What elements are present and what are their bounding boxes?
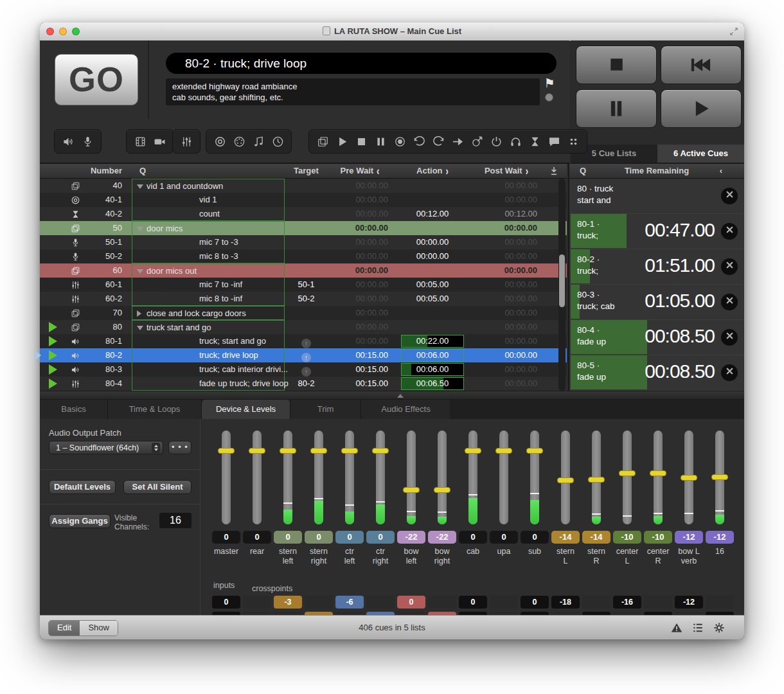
cue-name-cell[interactable]: vid 1	[132, 193, 285, 207]
cue-row-70[interactable]: 70close and lock cargo doors00:00.0000:0…	[40, 306, 567, 320]
cue-row-80-3[interactable]: 80-3truck; cab interior drivi...↑00:15.0…	[40, 362, 567, 377]
cue-list-view-icon[interactable]	[692, 622, 704, 634]
fader-handle[interactable]	[619, 470, 636, 476]
inspector-tab-trim[interactable]: Trim	[290, 400, 361, 419]
patch-settings-button[interactable]: • • •	[168, 441, 192, 454]
set-all-silent-button[interactable]: Set All Silent	[123, 480, 192, 494]
channel-level-value[interactable]: 0	[490, 531, 518, 544]
fader-track[interactable]	[468, 431, 477, 524]
post-wait-cell[interactable]: 00:00.00	[469, 278, 544, 292]
fader-handle[interactable]	[403, 487, 420, 493]
channel-level-value[interactable]: 0	[366, 531, 395, 544]
col-header-q[interactable]: Q	[139, 164, 146, 178]
cue-row-80-1[interactable]: 80-1truck; start and go↑00:00.0000:22.00…	[40, 334, 567, 348]
cue-name-cell[interactable]: door mics	[132, 221, 285, 235]
crosspoint-cell-empty[interactable]	[428, 596, 456, 609]
cue-name-cell[interactable]: mic 7 to -3	[132, 235, 285, 249]
channel-level-value[interactable]: -10	[613, 531, 641, 544]
action-cell[interactable]: 00:12.00	[397, 207, 468, 221]
action-cell[interactable]: 00:05.00	[397, 278, 468, 292]
pre-wait-cell[interactable]: 00:00.00	[328, 193, 392, 207]
crosspoint-cell[interactable]: -12	[675, 596, 703, 609]
stop-all-button[interactable]	[576, 46, 657, 84]
crosspoint-cell[interactable]: 0	[459, 596, 487, 609]
cue-name-cell[interactable]: mic 8 to -3	[132, 249, 285, 263]
audio-patch-dropdown[interactable]: 1 – Soundflower (64ch)	[49, 441, 163, 454]
pause-all-button[interactable]	[576, 89, 657, 128]
disclosure-open-icon[interactable]	[137, 326, 143, 330]
target-cell[interactable]	[285, 263, 328, 278]
rewind-button[interactable]	[661, 46, 742, 84]
cue-notes[interactable]: extended highway road ambiancecab sounds…	[166, 78, 540, 105]
cue-row-50-2[interactable]: 50-2mic 8 to -300:00.0000:00.0000:00.00	[40, 249, 567, 263]
cue-number[interactable]: 40-1	[85, 193, 122, 207]
target-cell[interactable]: 50-1	[285, 278, 328, 292]
disclosure-closed-icon[interactable]	[137, 310, 141, 317]
crosspoint-cell[interactable]: -3	[274, 596, 302, 609]
cue-number[interactable]: 80-2	[85, 348, 122, 362]
cue-number[interactable]: 80-3	[85, 362, 122, 377]
fader-handle[interactable]	[557, 477, 574, 483]
record-icon[interactable]	[390, 132, 409, 151]
crosspoint-cell-empty[interactable]	[644, 596, 672, 609]
crosspoint-cell[interactable]: -18	[551, 596, 580, 609]
stop-icon[interactable]	[352, 132, 371, 151]
fullscreen-icon[interactable]	[729, 26, 739, 37]
target-cell[interactable]: ↑	[285, 348, 328, 362]
pre-wait-cell[interactable]: 00:00.00	[328, 292, 392, 306]
action-cell[interactable]: 00:22.00	[397, 334, 468, 348]
fader-handle[interactable]	[588, 477, 605, 483]
active-cue-row[interactable]: 80-3 · truck; cab01:05.00	[569, 285, 744, 320]
channel-level-value[interactable]: 0	[335, 531, 364, 544]
action-cell[interactable]: 00:06.00	[397, 362, 468, 377]
crosspoint-cell-empty[interactable]	[366, 596, 395, 609]
faders-icon[interactable]	[177, 132, 196, 151]
divider-grip-icon[interactable]	[397, 394, 404, 398]
col-header-post-wait[interactable]: Post Wait›	[469, 164, 544, 178]
active-cue-row[interactable]: 80-2 · truck;01:51.00	[569, 249, 744, 285]
channel-level-value[interactable]: 0	[521, 531, 549, 544]
fader-track[interactable]	[623, 431, 632, 524]
cue-number[interactable]: 80	[85, 320, 122, 334]
action-cell[interactable]: 00:06.50	[397, 377, 468, 391]
cue-number[interactable]: 40-2	[85, 207, 122, 221]
post-wait-cell[interactable]: 00:12.00	[469, 207, 544, 221]
play-icon[interactable]	[332, 132, 352, 151]
cue-row-60-1[interactable]: 60-1mic 7 to -inf50-100:00.0000:05.0000:…	[40, 278, 567, 292]
cue-name-cell[interactable]: mic 7 to -inf	[132, 278, 285, 292]
action-cell[interactable]: 00:06.00	[397, 348, 468, 362]
stop-cue-x-icon[interactable]	[721, 294, 738, 310]
fader-track[interactable]	[407, 431, 416, 524]
cue-name-cell[interactable]: door mics out	[132, 263, 285, 278]
fader-handle[interactable]	[711, 474, 728, 480]
fader-handle[interactable]	[434, 487, 450, 493]
fader-track[interactable]	[345, 431, 354, 524]
cue-row-40-1[interactable]: 40-1vid 100:00.0000:00.00	[40, 193, 567, 207]
note-icon[interactable]	[249, 132, 268, 151]
cue-row-80-2[interactable]: 80-2truck; drive loop↑00:15.0000:06.0000…	[40, 348, 567, 362]
chat-icon[interactable]	[544, 132, 564, 151]
cue-list-scrollbar[interactable]	[558, 179, 566, 391]
film-icon[interactable]	[130, 132, 150, 151]
pane-divider[interactable]	[40, 391, 744, 400]
flag-icon[interactable]: ⚑	[542, 76, 557, 91]
crosspoint-cell[interactable]: -16	[613, 596, 641, 609]
channel-level-value[interactable]: 0	[212, 531, 240, 544]
crosspoint-cell-empty[interactable]	[706, 596, 734, 609]
fader-track[interactable]	[715, 431, 724, 524]
fader-track[interactable]	[654, 431, 663, 524]
cue-row-80-4[interactable]: 80-4fade up truck; drive loop80-200:15.0…	[40, 377, 567, 391]
fader-handle[interactable]	[372, 448, 389, 454]
action-cell[interactable]	[397, 306, 468, 320]
post-wait-cell[interactable]: 00:00.00	[469, 292, 544, 306]
pre-wait-cell[interactable]: 00:00.00	[328, 320, 392, 334]
go-button[interactable]: GO	[55, 54, 138, 105]
target-cell[interactable]	[285, 320, 328, 334]
channel-level-value[interactable]: 0	[305, 531, 333, 544]
fader-handle[interactable]	[341, 448, 358, 454]
warnings-icon[interactable]	[671, 622, 682, 634]
fader-handle[interactable]	[218, 448, 235, 454]
target-cell[interactable]	[285, 179, 328, 193]
action-cell[interactable]	[397, 320, 468, 334]
inspector-tab-time-loops[interactable]: Time & Loops	[108, 400, 202, 419]
